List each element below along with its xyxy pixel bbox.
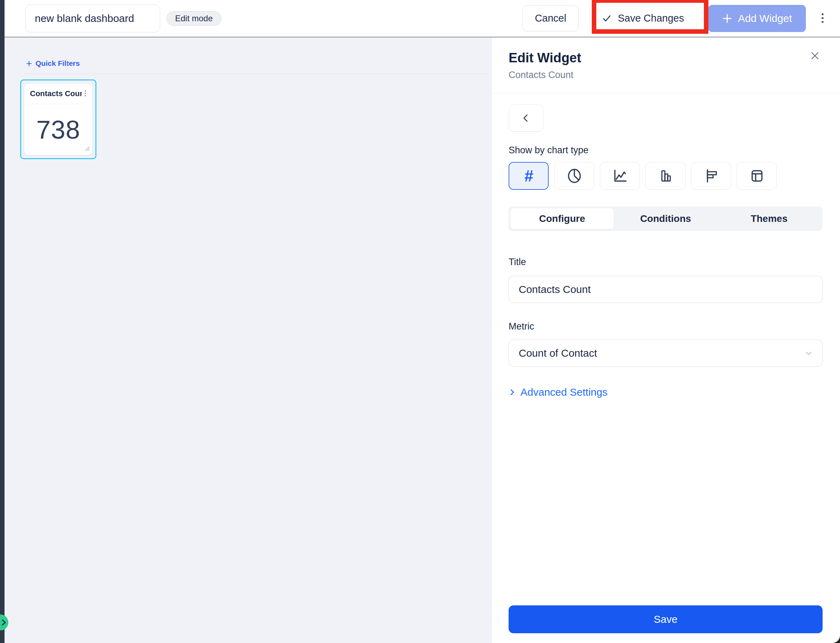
save-changes-button[interactable]: Save Changes — [589, 5, 697, 32]
top-bar: Edit mode Cancel Save Changes Add Widget — [5, 0, 840, 37]
quick-filters-button[interactable]: Quick Filters — [26, 59, 80, 68]
chart-type-column-button[interactable] — [645, 162, 685, 190]
advanced-settings-link[interactable]: Advanced Settings — [509, 386, 822, 398]
checkmark-icon — [602, 13, 612, 23]
more-options-button[interactable] — [815, 8, 830, 29]
back-button[interactable] — [509, 104, 544, 132]
plus-icon — [26, 60, 32, 67]
chart-type-selector: # — [509, 162, 822, 190]
widget-body: 738 — [24, 104, 92, 155]
plus-icon — [722, 13, 733, 24]
title-input[interactable] — [509, 276, 822, 303]
selected-widget-outline[interactable]: Contacts Count 738 — [20, 79, 96, 159]
show-by-chart-type-label: Show by chart type — [509, 145, 822, 156]
cancel-button[interactable]: Cancel — [523, 6, 578, 31]
number-icon: # — [524, 166, 533, 185]
quick-filters-divider — [67, 57, 67, 70]
table-icon — [749, 168, 765, 184]
chart-type-number-button[interactable]: # — [509, 162, 549, 190]
widget-value: 738 — [36, 115, 80, 145]
cancel-label: Cancel — [535, 13, 566, 24]
save-changes-label: Save Changes — [618, 13, 684, 24]
widget-kebab-menu-icon[interactable] — [82, 89, 89, 98]
tab-configure[interactable]: Configure — [510, 208, 614, 229]
line-chart-icon — [612, 168, 628, 184]
panel-title: Edit Widget — [509, 51, 822, 65]
chevron-down-icon — [805, 350, 812, 356]
panel-divider — [492, 93, 840, 93]
metric-select-value: Count of Contact — [519, 347, 597, 359]
contacts-count-widget[interactable]: Contacts Count 738 — [24, 83, 93, 155]
title-field-label: Title — [509, 257, 822, 268]
pie-chart-icon — [566, 168, 583, 184]
chart-type-bar-button[interactable] — [691, 162, 731, 190]
widget-title: Contacts Count — [30, 89, 82, 98]
edit-mode-label: Edit mode — [175, 13, 213, 23]
metric-select[interactable]: Count of Contact — [509, 339, 822, 367]
dashboard-canvas: Quick Filters Contacts Count 738 — [5, 37, 492, 643]
chevron-left-icon — [520, 112, 532, 124]
metric-field-label: Metric — [509, 321, 822, 332]
close-icon[interactable] — [808, 49, 822, 63]
bar-chart-icon — [703, 168, 720, 184]
panel-tabs: Configure Conditions Themes — [509, 207, 822, 231]
resize-handle[interactable] — [84, 145, 90, 153]
save-button[interactable]: Save — [509, 605, 822, 633]
dashboard-name-input[interactable] — [25, 5, 160, 33]
edit-mode-badge: Edit mode — [166, 11, 221, 26]
add-widget-label: Add Widget — [738, 13, 792, 24]
chart-type-line-button[interactable] — [600, 162, 640, 190]
column-chart-icon — [657, 168, 674, 184]
chevron-right-icon — [509, 388, 516, 397]
panel-spacer — [509, 398, 822, 605]
kebab-menu-icon — [820, 11, 825, 25]
widget-header: Contacts Count — [24, 83, 92, 104]
chart-type-table-button[interactable] — [737, 162, 777, 190]
dashboard-editor-app: Edit mode Cancel Save Changes Add Widget — [0, 0, 840, 643]
top-bar-actions: Cancel Save Changes Add Widget — [523, 5, 830, 32]
filters-bar-divider — [24, 73, 487, 74]
quick-filters-label: Quick Filters — [36, 59, 80, 68]
collapsed-sidebar — [0, 0, 5, 643]
chevron-right-icon — [0, 618, 8, 627]
panel-subtitle: Contacts Count — [509, 70, 822, 80]
advanced-settings-label: Advanced Settings — [521, 386, 607, 398]
edit-widget-panel: Edit Widget Contacts Count Show by chart… — [492, 37, 840, 643]
chart-type-pie-button[interactable] — [554, 162, 594, 190]
add-widget-button[interactable]: Add Widget — [708, 5, 806, 32]
tab-themes[interactable]: Themes — [718, 208, 821, 229]
tab-conditions[interactable]: Conditions — [614, 208, 717, 229]
